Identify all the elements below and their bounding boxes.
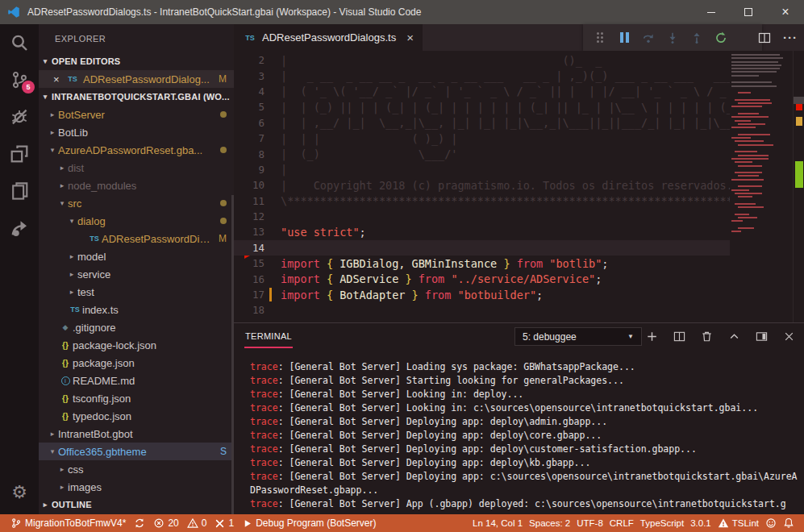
sidebar-item-gitignore[interactable]: ◆.gitignore [39,318,234,336]
code-line-13[interactable]: 13"use strict"; [234,224,730,239]
glyph-margin[interactable] [265,115,281,131]
overview-ruler[interactable] [793,51,804,322]
sidebar-item-node-modules[interactable]: ▸node_modules [39,177,234,194]
code-line-11[interactable]: 11\*************************************… [234,193,730,209]
drag-handle-button[interactable] [590,28,610,48]
glyph-margin[interactable] [265,224,281,239]
code-line-8[interactable]: 8| (_) \___/' [234,146,730,161]
status-sync[interactable] [130,514,149,532]
status-errors[interactable]: 20 [149,514,182,532]
status-feedback[interactable] [762,514,780,532]
activitybar-item-settings[interactable]: ⚙ [0,474,39,511]
sidebar-item-test[interactable]: ▸test [39,283,234,301]
status-language[interactable]: TypeScript [637,514,687,532]
glyph-margin[interactable] [265,68,281,83]
status-notifications[interactable] [780,514,798,532]
terminal-select[interactable]: 5: debuggee ▼ [514,327,642,346]
code-line-16[interactable]: 16import { ADService } from "../service/… [234,271,730,286]
glyph-margin[interactable] [265,99,281,114]
code-line-17[interactable]: 17import { BotAdapter } from "botbuilder… [234,287,730,302]
kill-terminal-button[interactable] [699,329,714,343]
glyph-margin[interactable] [265,256,281,271]
open-editor-item[interactable]: ×TSADResetPasswordDialog...M [39,70,234,88]
code-line-12[interactable]: 12 [234,209,730,224]
status-indentation[interactable]: Spaces: 2 [526,514,573,532]
sidebar-item-typedoc-json[interactable]: {}typedoc.json [39,407,234,425]
terminal-tab[interactable]: TERMINAL [244,323,293,348]
sidebar-item-adresetpassworddial[interactable]: TSADResetPasswordDial...M [39,230,234,247]
status-encoding[interactable]: UTF-8 [573,514,606,532]
activitybar-item-source-control[interactable]: 5 [0,61,39,98]
sidebar-item-model[interactable]: ▸model [39,247,234,265]
toggle-panel-button[interactable] [754,329,769,343]
glyph-margin[interactable] [265,209,281,224]
code-line-14[interactable]: 14 [234,240,730,256]
sidebar-item-css[interactable]: ▸css [39,460,234,478]
maximize-button[interactable] [730,0,767,24]
code-area[interactable]: 2| ()_ _3| _ __ _ __ __ _ __ _ _ __ ___ … [234,51,730,322]
tab-close-icon[interactable]: × [406,31,414,44]
step-into-button[interactable] [663,28,682,48]
sidebar-item-botlib[interactable]: ▸BotLib [39,123,234,141]
code-line-5[interactable]: 5| | (_) || | | (_| | (_| | | | | | | (_… [234,99,730,114]
status-eol[interactable]: CRLF [606,514,637,532]
close-button[interactable]: × [767,0,804,24]
code-line-9[interactable]: 9| [234,162,730,177]
step-over-button[interactable] [639,28,658,48]
sidebar-item-src[interactable]: ▾src [39,194,234,212]
restart-button[interactable] [711,28,731,48]
minimap[interactable] [730,51,793,322]
terminal-output[interactable]: trace: [General Bot Server] Loading sys … [234,348,804,514]
sidebar-item-dialog[interactable]: ▾dialog [39,212,234,230]
outline-header[interactable]: ▸ OUTLINE [39,496,234,513]
code-line-10[interactable]: 10| Copyright 2018 (c) pragmatismo.io. T… [234,177,730,193]
glyph-margin[interactable] [265,162,281,177]
code-line-3[interactable]: 3| _ __ _ __ __ _ __ _ _ __ ___ __ _ | ,… [234,68,730,83]
status-warnings[interactable]: 0 [183,514,211,532]
new-terminal-button[interactable] [644,329,659,343]
close-editor-icon[interactable]: × [53,73,65,85]
activitybar-item-docs[interactable] [0,172,39,210]
code-editor[interactable]: 2| ()_ _3| _ __ _ __ __ _ __ _ _ __ ___ … [234,51,804,322]
glyph-margin[interactable] [265,84,281,99]
sidebar-item-intranetbot-gbot[interactable]: ▸IntranetBot.gbot [39,425,234,443]
sidebar-item-office365-gbtheme[interactable]: ▾Office365.gbthemeS [39,443,234,460]
sidebar-item-dist[interactable]: ▸dist [39,159,234,177]
code-line-18[interactable]: 18 [234,302,730,318]
status-tasks[interactable]: 1 [210,514,238,532]
status-git-branch[interactable]: MigrationToBotFmwV4* [6,514,130,532]
activitybar-item-extensions[interactable] [0,135,39,172]
glyph-margin[interactable] [265,193,281,209]
glyph-margin[interactable] [265,271,281,286]
sidebar-item-package-json[interactable]: {}package.json [39,354,234,372]
scrollbar-slider[interactable] [794,97,804,104]
more-actions-button[interactable]: ··· [783,31,798,45]
activitybar-item-search[interactable] [0,24,39,61]
split-terminal-button[interactable] [672,329,686,343]
tab-adresetpassworddialogs[interactable]: TS ADResetPasswordDialogs.ts × [234,24,423,51]
glyph-margin[interactable] [265,302,281,318]
code-line-4[interactable]: 4| ( '_ \( '__/ _` |/ _` | '_ ` _ \ / _`… [234,84,730,99]
code-line-2[interactable]: 2| ()_ _ [234,52,730,68]
glyph-margin[interactable] [265,52,281,68]
code-line-15[interactable]: 15import { IGBDialog, GBMinInstance } fr… [234,256,730,271]
sidebar-item-readme-md[interactable]: iREADME.md [39,372,234,389]
sidebar-item-index-ts[interactable]: TSindex.ts [39,301,234,318]
status-debug-launch[interactable]: Debug Program (BotServer) [238,514,380,532]
glyph-margin[interactable] [265,240,281,256]
sidebar-item-botserver[interactable]: ▸BotServer [39,106,234,123]
split-editor-button[interactable] [758,31,771,44]
glyph-margin[interactable] [265,146,281,161]
glyph-margin[interactable] [265,177,281,193]
status-cursor-position[interactable]: Ln 14, Col 1 [469,514,526,532]
sidebar-item-service[interactable]: ▸service [39,265,234,283]
minimize-button[interactable] [693,0,730,24]
step-out-button[interactable] [687,28,706,48]
code-line-7[interactable]: 7| | | ( )_) | [234,131,730,146]
stop-button[interactable] [735,28,755,48]
sidebar-item-package-lock-json[interactable]: {}package-lock.json [39,336,234,354]
glyph-margin[interactable] [265,287,281,302]
workspace-header[interactable]: ▾ INTRANETBOTQUICKSTART.GBAI (WO... [39,88,234,106]
activitybar-item-share[interactable] [0,210,39,247]
status-tslint[interactable]: TSLint [714,514,762,532]
